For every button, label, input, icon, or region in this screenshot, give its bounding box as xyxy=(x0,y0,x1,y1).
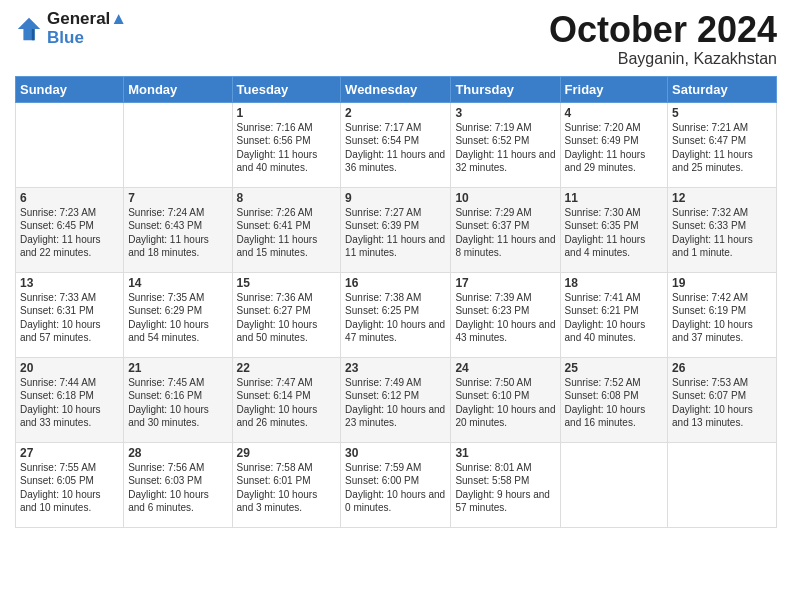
daylight-text: Daylight: 10 hours and 20 minutes. xyxy=(455,404,555,429)
sunrise-text: Sunrise: 7:49 AM xyxy=(345,377,421,388)
calendar-cell: 17 Sunrise: 7:39 AM Sunset: 6:23 PM Dayl… xyxy=(451,272,560,357)
day-number: 1 xyxy=(237,106,337,120)
daylight-text: Daylight: 10 hours and 33 minutes. xyxy=(20,404,101,429)
daylight-text: Daylight: 10 hours and 23 minutes. xyxy=(345,404,445,429)
sunrise-text: Sunrise: 8:01 AM xyxy=(455,462,531,473)
calendar-cell: 20 Sunrise: 7:44 AM Sunset: 6:18 PM Dayl… xyxy=(16,357,124,442)
sunset-text: Sunset: 6:27 PM xyxy=(237,305,311,316)
day-number: 23 xyxy=(345,361,446,375)
calendar-cell: 27 Sunrise: 7:55 AM Sunset: 6:05 PM Dayl… xyxy=(16,442,124,527)
calendar-cell: 2 Sunrise: 7:17 AM Sunset: 6:54 PM Dayli… xyxy=(341,102,451,187)
sunrise-text: Sunrise: 7:21 AM xyxy=(672,122,748,133)
sunset-text: Sunset: 6:01 PM xyxy=(237,475,311,486)
calendar-cell: 29 Sunrise: 7:58 AM Sunset: 6:01 PM Dayl… xyxy=(232,442,341,527)
col-tuesday: Tuesday xyxy=(232,76,341,102)
sunset-text: Sunset: 6:21 PM xyxy=(565,305,639,316)
sunrise-text: Sunrise: 7:41 AM xyxy=(565,292,641,303)
day-number: 21 xyxy=(128,361,227,375)
sunset-text: Sunset: 6:37 PM xyxy=(455,220,529,231)
calendar-cell: 11 Sunrise: 7:30 AM Sunset: 6:35 PM Dayl… xyxy=(560,187,668,272)
calendar-cell: 4 Sunrise: 7:20 AM Sunset: 6:49 PM Dayli… xyxy=(560,102,668,187)
sunrise-text: Sunrise: 7:27 AM xyxy=(345,207,421,218)
sunrise-text: Sunrise: 7:45 AM xyxy=(128,377,204,388)
sunrise-text: Sunrise: 7:30 AM xyxy=(565,207,641,218)
daylight-text: Daylight: 11 hours and 29 minutes. xyxy=(565,149,646,174)
day-number: 22 xyxy=(237,361,337,375)
calendar-cell: 22 Sunrise: 7:47 AM Sunset: 6:14 PM Dayl… xyxy=(232,357,341,442)
sunrise-text: Sunrise: 7:39 AM xyxy=(455,292,531,303)
sunrise-text: Sunrise: 7:33 AM xyxy=(20,292,96,303)
calendar-cell: 12 Sunrise: 7:32 AM Sunset: 6:33 PM Dayl… xyxy=(668,187,777,272)
calendar-cell: 25 Sunrise: 7:52 AM Sunset: 6:08 PM Dayl… xyxy=(560,357,668,442)
sunset-text: Sunset: 6:14 PM xyxy=(237,390,311,401)
calendar-cell: 18 Sunrise: 7:41 AM Sunset: 6:21 PM Dayl… xyxy=(560,272,668,357)
daylight-text: Daylight: 11 hours and 36 minutes. xyxy=(345,149,445,174)
daylight-text: Daylight: 9 hours and 57 minutes. xyxy=(455,489,550,514)
day-number: 14 xyxy=(128,276,227,290)
sunset-text: Sunset: 6:35 PM xyxy=(565,220,639,231)
daylight-text: Daylight: 10 hours and 30 minutes. xyxy=(128,404,209,429)
daylight-text: Daylight: 11 hours and 4 minutes. xyxy=(565,234,646,259)
daylight-text: Daylight: 10 hours and 54 minutes. xyxy=(128,319,209,344)
col-monday: Monday xyxy=(124,76,232,102)
sunset-text: Sunset: 6:25 PM xyxy=(345,305,419,316)
header: General▲ Blue October 2024 Bayganin, Kaz… xyxy=(15,10,777,68)
col-sunday: Sunday xyxy=(16,76,124,102)
day-number: 9 xyxy=(345,191,446,205)
calendar-cell xyxy=(16,102,124,187)
sunrise-text: Sunrise: 7:36 AM xyxy=(237,292,313,303)
sunrise-text: Sunrise: 7:44 AM xyxy=(20,377,96,388)
calendar-cell: 21 Sunrise: 7:45 AM Sunset: 6:16 PM Dayl… xyxy=(124,357,232,442)
sunrise-text: Sunrise: 7:24 AM xyxy=(128,207,204,218)
day-number: 19 xyxy=(672,276,772,290)
calendar-cell xyxy=(124,102,232,187)
calendar-cell: 24 Sunrise: 7:50 AM Sunset: 6:10 PM Dayl… xyxy=(451,357,560,442)
sunset-text: Sunset: 6:00 PM xyxy=(345,475,419,486)
day-number: 5 xyxy=(672,106,772,120)
calendar-week-3: 13 Sunrise: 7:33 AM Sunset: 6:31 PM Dayl… xyxy=(16,272,777,357)
sunset-text: Sunset: 6:41 PM xyxy=(237,220,311,231)
col-saturday: Saturday xyxy=(668,76,777,102)
daylight-text: Daylight: 11 hours and 1 minute. xyxy=(672,234,753,259)
daylight-text: Daylight: 10 hours and 10 minutes. xyxy=(20,489,101,514)
daylight-text: Daylight: 11 hours and 32 minutes. xyxy=(455,149,555,174)
day-number: 3 xyxy=(455,106,555,120)
calendar-cell: 7 Sunrise: 7:24 AM Sunset: 6:43 PM Dayli… xyxy=(124,187,232,272)
day-number: 24 xyxy=(455,361,555,375)
sunrise-text: Sunrise: 7:19 AM xyxy=(455,122,531,133)
daylight-text: Daylight: 10 hours and 37 minutes. xyxy=(672,319,753,344)
day-number: 7 xyxy=(128,191,227,205)
calendar-week-5: 27 Sunrise: 7:55 AM Sunset: 6:05 PM Dayl… xyxy=(16,442,777,527)
day-number: 12 xyxy=(672,191,772,205)
day-number: 25 xyxy=(565,361,664,375)
day-number: 6 xyxy=(20,191,119,205)
calendar-header-row: Sunday Monday Tuesday Wednesday Thursday… xyxy=(16,76,777,102)
day-number: 2 xyxy=(345,106,446,120)
sunrise-text: Sunrise: 7:53 AM xyxy=(672,377,748,388)
calendar-cell: 1 Sunrise: 7:16 AM Sunset: 6:56 PM Dayli… xyxy=(232,102,341,187)
sunrise-text: Sunrise: 7:23 AM xyxy=(20,207,96,218)
logo: General▲ Blue xyxy=(15,10,127,47)
sunset-text: Sunset: 6:56 PM xyxy=(237,135,311,146)
day-number: 10 xyxy=(455,191,555,205)
sunset-text: Sunset: 6:45 PM xyxy=(20,220,94,231)
sunrise-text: Sunrise: 7:20 AM xyxy=(565,122,641,133)
sunrise-text: Sunrise: 7:16 AM xyxy=(237,122,313,133)
location: Bayganin, Kazakhstan xyxy=(549,50,777,68)
page: General▲ Blue October 2024 Bayganin, Kaz… xyxy=(0,0,792,612)
calendar-cell: 9 Sunrise: 7:27 AM Sunset: 6:39 PM Dayli… xyxy=(341,187,451,272)
calendar-cell: 13 Sunrise: 7:33 AM Sunset: 6:31 PM Dayl… xyxy=(16,272,124,357)
daylight-text: Daylight: 10 hours and 47 minutes. xyxy=(345,319,445,344)
calendar-week-4: 20 Sunrise: 7:44 AM Sunset: 6:18 PM Dayl… xyxy=(16,357,777,442)
sunset-text: Sunset: 6:52 PM xyxy=(455,135,529,146)
calendar-cell: 28 Sunrise: 7:56 AM Sunset: 6:03 PM Dayl… xyxy=(124,442,232,527)
sunset-text: Sunset: 5:58 PM xyxy=(455,475,529,486)
day-number: 15 xyxy=(237,276,337,290)
sunset-text: Sunset: 6:47 PM xyxy=(672,135,746,146)
calendar-cell: 31 Sunrise: 8:01 AM Sunset: 5:58 PM Dayl… xyxy=(451,442,560,527)
daylight-text: Daylight: 10 hours and 26 minutes. xyxy=(237,404,318,429)
calendar-cell: 16 Sunrise: 7:38 AM Sunset: 6:25 PM Dayl… xyxy=(341,272,451,357)
day-number: 28 xyxy=(128,446,227,460)
day-number: 30 xyxy=(345,446,446,460)
calendar-cell: 8 Sunrise: 7:26 AM Sunset: 6:41 PM Dayli… xyxy=(232,187,341,272)
